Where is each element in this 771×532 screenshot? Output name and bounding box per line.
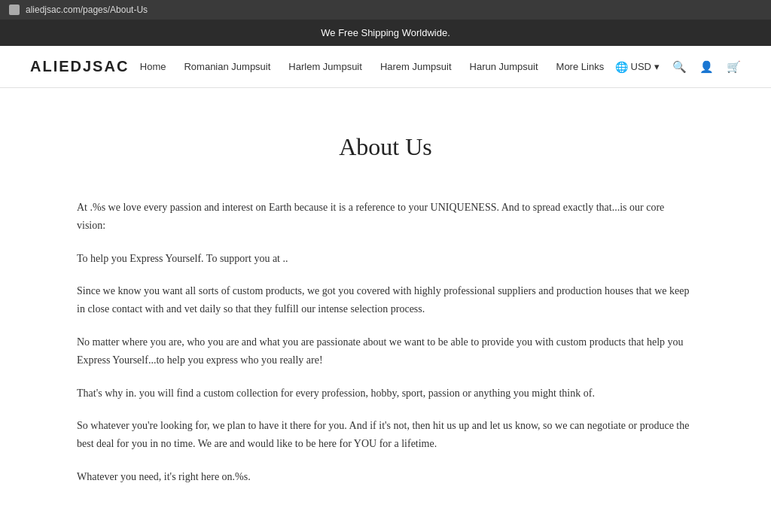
nav-harem-jumpsuit[interactable]: Harem Jumpsuit xyxy=(380,61,452,72)
user-icon xyxy=(699,60,714,74)
nav-harlem-jumpsuit[interactable]: Harlem Jumpsuit xyxy=(288,61,362,72)
currency-chevron-icon: ▾ xyxy=(654,61,660,72)
currency-selector[interactable]: USD ▾ xyxy=(615,61,660,73)
globe-icon xyxy=(615,61,628,73)
search-button[interactable] xyxy=(672,59,687,74)
site-logo[interactable]: ALIEDJSAC xyxy=(30,58,129,75)
main-content: About Us At .%s we love every passion an… xyxy=(47,88,724,532)
nav-more-links[interactable]: More Links xyxy=(556,61,605,72)
favicon-icon xyxy=(9,5,20,15)
about-para-6: So whatever you're looking for, we plan … xyxy=(77,417,694,453)
browser-bar: aliedjsac.com/pages/About-Us xyxy=(0,0,771,20)
search-icon xyxy=(672,60,687,74)
about-para-1: At .%s we love every passion and interes… xyxy=(77,199,694,235)
header-actions: USD ▾ xyxy=(615,59,741,74)
cart-button[interactable] xyxy=(726,59,741,74)
site-header: ALIEDJSAC Home Romanian Jumpsuit Harlem … xyxy=(0,46,771,88)
page-title: About Us xyxy=(77,133,694,161)
main-nav: Home Romanian Jumpsuit Harlem Jumpsuit H… xyxy=(140,61,604,72)
announcement-text: We Free Shipping Worldwide. xyxy=(321,27,450,38)
about-para-5: That's why in. you will find a custom co… xyxy=(77,385,694,403)
about-para-3: Since we know you want all sorts of cust… xyxy=(77,282,694,318)
url-bar: aliedjsac.com/pages/About-Us xyxy=(26,5,148,15)
currency-label: USD xyxy=(631,61,651,72)
about-content: At .%s we love every passion and interes… xyxy=(77,199,694,486)
about-para-7: Whatever you need, it's right here on.%s… xyxy=(77,468,694,486)
cart-icon xyxy=(727,60,741,74)
announcement-bar: We Free Shipping Worldwide. xyxy=(0,20,771,46)
nav-harun-jumpsuit[interactable]: Harun Jumpsuit xyxy=(470,61,538,72)
nav-romanian-jumpsuit[interactable]: Romanian Jumpsuit xyxy=(184,61,270,72)
account-button[interactable] xyxy=(699,59,714,74)
nav-home[interactable]: Home xyxy=(140,61,166,72)
about-para-2: To help you Express Yourself. To support… xyxy=(77,250,694,268)
about-para-4: No matter where you are, who you are and… xyxy=(77,333,694,369)
